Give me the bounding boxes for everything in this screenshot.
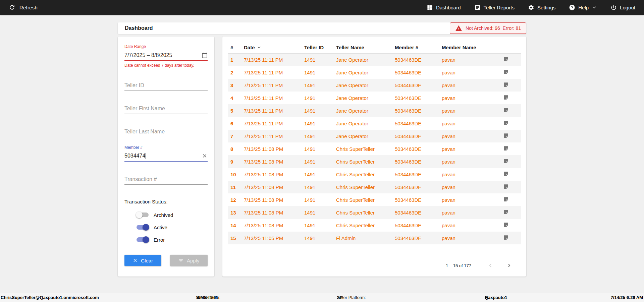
cell-member-number: 5034463DE	[392, 219, 439, 232]
clear-button[interactable]: Clear	[124, 255, 161, 266]
transaction-number-input[interactable]	[124, 174, 208, 185]
nav-settings[interactable]: Settings	[528, 4, 555, 11]
teller-first-name-input[interactable]	[124, 103, 208, 114]
cell-row-number: 6	[228, 117, 241, 130]
member-number-field: Member # 5034474	[124, 145, 208, 162]
note-icon[interactable]	[503, 82, 509, 87]
note-icon[interactable]	[503, 145, 509, 151]
cell-member-name: pavan	[439, 92, 491, 104]
cell-teller-name: Chris SuperTeller	[333, 193, 392, 206]
table-row[interactable]: 77/13/25 11:11 PM1491Jane Operator503446…	[228, 130, 521, 142]
refresh-button[interactable]: Refresh	[9, 4, 38, 11]
note-icon[interactable]	[503, 158, 509, 164]
cell-teller-name: Chris SuperTeller	[333, 168, 392, 181]
table-row[interactable]: 17/13/25 11:11 PM1491Jane Operator503446…	[228, 53, 521, 66]
note-icon[interactable]	[503, 222, 509, 228]
cell-teller-id: 1491	[302, 142, 333, 155]
teller-last-name-input[interactable]	[124, 126, 208, 137]
content-area: Dashboard Not Archived: 96 Error: 81 Dat…	[0, 15, 644, 293]
column-header-actions	[491, 42, 521, 53]
cell-member-number: 5034463DE	[392, 79, 439, 92]
member-number-input[interactable]: 5034474	[124, 151, 208, 162]
column-header-date[interactable]: Date	[241, 42, 302, 53]
cell-teller-id: 1491	[302, 193, 333, 206]
table-row[interactable]: 47/13/25 11:11 PM1491Jane Operator503446…	[228, 92, 521, 104]
chevron-down-icon	[592, 5, 597, 10]
sort-descending-icon	[257, 45, 262, 50]
cell-member-number: 5034463DE	[392, 92, 439, 104]
nav-label: Teller Reports	[484, 5, 515, 10]
note-icon[interactable]	[503, 95, 509, 100]
table-row[interactable]: 157/13/25 11:05 PM1491Fi Admin5034463DEp…	[228, 232, 521, 244]
cell-teller-id: 1491	[302, 53, 333, 66]
archived-toggle[interactable]	[136, 211, 149, 219]
cell-date: 7/13/25 11:11 PM	[241, 130, 302, 142]
teller-id-input[interactable]	[124, 80, 208, 91]
table-row[interactable]: 107/13/25 11:08 PM1491Chris SuperTeller5…	[228, 168, 521, 181]
power-icon	[610, 4, 617, 11]
nav-teller-reports[interactable]: Teller Reports	[474, 4, 515, 11]
note-icon[interactable]	[503, 235, 509, 240]
clear-member-icon[interactable]	[202, 153, 208, 159]
date-range-error: Date cannot exceed 7 days after today.	[124, 63, 208, 68]
note-icon[interactable]	[503, 107, 509, 113]
column-header-num[interactable]: #	[228, 42, 241, 53]
cell-member-name: pavan	[439, 79, 491, 92]
note-icon[interactable]	[503, 184, 509, 189]
dashboard-icon	[427, 4, 433, 11]
note-icon[interactable]	[503, 133, 509, 138]
cell-member-number: 5034463DE	[392, 53, 439, 66]
cell-teller-id: 1491	[302, 79, 333, 92]
table-row[interactable]: 67/13/25 11:11 PM1491Jane Operator503446…	[228, 117, 521, 130]
apply-button[interactable]: Apply	[170, 255, 208, 266]
calendar-icon[interactable]	[202, 52, 208, 58]
note-icon[interactable]	[503, 196, 509, 202]
nav-dashboard[interactable]: Dashboard	[427, 4, 461, 11]
cell-member-name: pavan	[439, 53, 491, 66]
cell-teller-id: 1491	[302, 66, 333, 79]
cell-date: 7/13/25 11:11 PM	[241, 66, 302, 79]
nav-help[interactable]: Help	[569, 4, 597, 11]
table-row[interactable]: 87/13/25 11:08 PM1491Chris SuperTeller50…	[228, 142, 521, 155]
column-header-member-number[interactable]: Member #	[392, 42, 439, 53]
cell-member-number: 5034463DE	[392, 66, 439, 79]
note-icon[interactable]	[503, 69, 509, 75]
cell-date: 7/13/25 11:11 PM	[241, 92, 302, 104]
text-cursor	[146, 153, 146, 159]
archive-error-alert[interactable]: Not Archived: 96 Error: 81	[450, 22, 526, 34]
page-title: Dashboard	[125, 25, 153, 31]
next-page-button[interactable]	[504, 260, 514, 270]
gear-icon	[528, 4, 534, 11]
cell-teller-name: Fi Admin	[333, 232, 392, 244]
refresh-icon	[9, 4, 15, 11]
teller-platform-info: Teller Platform: XP	[337, 293, 342, 302]
cell-teller-name: Jane Operator	[333, 104, 392, 117]
table-row[interactable]: 137/13/25 11:08 PM1491Chris SuperTeller5…	[228, 206, 521, 219]
table-row[interactable]: 97/13/25 11:08 PM1491Chris SuperTeller50…	[228, 155, 521, 168]
table-row[interactable]: 117/13/25 11:08 PM1491Chris SuperTeller5…	[228, 181, 521, 193]
date-range-input[interactable]: 7/7/2025 – 8/8/2025	[124, 50, 208, 61]
note-icon[interactable]	[503, 171, 509, 177]
cell-member-name: pavan	[439, 142, 491, 155]
cell-row-number: 11	[228, 181, 241, 193]
nav-logout[interactable]: Logout	[610, 4, 635, 11]
table-row[interactable]: 27/13/25 11:11 PM1491Jane Operator503446…	[228, 66, 521, 79]
column-header-teller-name[interactable]: Teller Name	[333, 42, 392, 53]
note-icon[interactable]	[503, 56, 509, 62]
cell-teller-id: 1491	[302, 92, 333, 104]
previous-page-button[interactable]	[485, 260, 495, 270]
table-row[interactable]: 147/13/25 11:08 PM1491Chris SuperTeller5…	[228, 219, 521, 232]
cell-date: 7/13/25 11:08 PM	[241, 193, 302, 206]
note-icon[interactable]	[503, 209, 509, 215]
table-row[interactable]: 37/13/25 11:11 PM1491Jane Operator503446…	[228, 79, 521, 92]
cell-member-name: pavan	[439, 219, 491, 232]
table-row[interactable]: 127/13/25 11:08 PM1491Chris SuperTeller5…	[228, 193, 521, 206]
cell-teller-id: 1491	[302, 232, 333, 244]
column-header-teller-id[interactable]: Teller ID	[302, 42, 333, 53]
column-header-member-name[interactable]: Member Name	[439, 42, 491, 53]
cell-row-number: 14	[228, 219, 241, 232]
table-row[interactable]: 57/13/25 11:11 PM1491Jane Operator503446…	[228, 104, 521, 117]
active-toggle[interactable]	[136, 224, 149, 231]
note-icon[interactable]	[503, 120, 509, 126]
error-toggle[interactable]	[136, 236, 149, 243]
